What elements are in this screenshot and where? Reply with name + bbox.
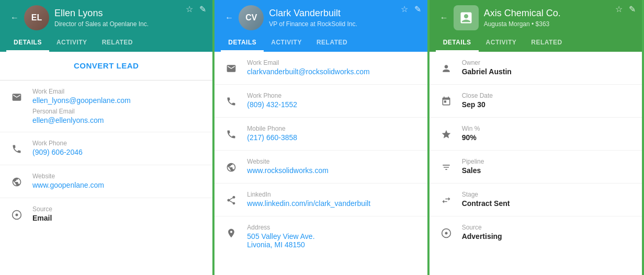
work-email-value-clark[interactable]: clarkvanderbuilt@rocksolidworks.com (247, 67, 419, 76)
linkedin-value-clark[interactable]: www.linkedin.com/in/clark_vanderbuilt (247, 199, 419, 208)
panel-content-axis: Owner Gabriel Austin Close Date Sep 30 W… (430, 52, 642, 275)
mobile-phone-label-clark: Mobile Phone (247, 125, 419, 132)
avatar-axis (454, 5, 479, 30)
work-phone-label-clark: Work Phone (247, 92, 419, 99)
pin-icon-clark (223, 225, 240, 242)
stage-row-axis: Stage Contract Sent (430, 184, 642, 216)
email-icon-clark (223, 60, 240, 77)
website-value-ellen[interactable]: www.goopenlane.com (32, 181, 204, 189)
star-icon-axis[interactable]: ☆ (615, 5, 623, 14)
edit-icon-ellen[interactable]: ✎ (199, 5, 206, 14)
globe-icon-clark (223, 159, 240, 176)
header-top-ellen: ← EL Ellen Lyons Director of Sales at Op… (6, 5, 206, 30)
address-line1-clark[interactable]: 505 Valley View Ave. (247, 232, 419, 240)
header-text-clark: Clark Vanderbuilt VP of Finance at RockS… (269, 8, 400, 28)
website-row-ellen: Website www.goopenlane.com (0, 165, 212, 198)
tab-related-clark[interactable]: RELATED (309, 35, 355, 52)
win-pct-value-axis: 90% (462, 133, 634, 142)
svg-point-3 (445, 232, 447, 235)
star-icon-ellen[interactable]: ☆ (186, 5, 193, 14)
work-email-value-ellen[interactable]: ellen_lyons@goopenlane.com (32, 96, 204, 105)
mobile-icon-clark (223, 126, 240, 143)
panel-header-clark: ← CV Clark Vanderbuilt VP of Finance at … (214, 0, 427, 52)
star-fill-icon-axis (438, 126, 455, 143)
source-icon-ellen (8, 207, 25, 223)
work-phone-value-ellen[interactable]: (909) 606-2046 (32, 148, 204, 156)
email-content-clark: Work Email clarkvanderbuilt@rocksolidwor… (247, 59, 419, 76)
contact-name-clark: Clark Vanderbuilt (269, 8, 400, 19)
mobile-phone-content-clark: Mobile Phone (217) 660-3858 (247, 125, 419, 142)
work-email-label-clark: Work Email (247, 59, 419, 66)
panel-content-ellen: CONVERT LEAD Work Email ellen_lyons@goop… (0, 52, 212, 275)
tab-details-ellen[interactable]: DETAILS (6, 35, 49, 52)
panel-content-clark: Work Email clarkvanderbuilt@rocksolidwor… (214, 52, 427, 275)
header-info-clark: ← CV Clark Vanderbuilt VP of Finance at … (225, 5, 400, 30)
tabs-axis: DETAILS ACTIVITY RELATED (436, 35, 636, 52)
calendar-icon-axis (438, 93, 455, 110)
close-date-content-axis: Close Date Sep 30 (462, 92, 634, 109)
header-top-clark: ← CV Clark Vanderbuilt VP of Finance at … (221, 5, 421, 30)
tab-related-axis[interactable]: RELATED (524, 35, 569, 52)
website-label-ellen: Website (32, 173, 204, 180)
owner-row-axis: Owner Gabriel Austin (430, 52, 642, 85)
personal-email-label-ellen: Personal Email (32, 108, 204, 115)
personal-email-value-ellen[interactable]: ellen@ellenlyons.com (32, 116, 204, 124)
tab-activity-clark[interactable]: ACTIVITY (264, 35, 309, 52)
email-icon-ellen (8, 89, 25, 106)
email-row-clark: Work Email clarkvanderbuilt@rocksolidwor… (214, 52, 427, 85)
phone-row-ellen: Work Phone (909) 606-2046 (0, 132, 212, 165)
website-value-clark[interactable]: www.rocksolidworks.com (247, 166, 419, 175)
source-content-axis: Source Advertising (462, 224, 634, 240)
header-text-axis: Axis Chemical Co. Augusta Morgan • $363 (484, 8, 615, 28)
back-icon-axis[interactable]: ← (440, 14, 448, 22)
pipeline-row-axis: Pipeline Sales (430, 151, 642, 184)
contact-subtitle-ellen: Director of Sales at Openlane Inc. (54, 20, 186, 28)
panel-clark: ← CV Clark Vanderbuilt VP of Finance at … (214, 0, 429, 275)
website-row-clark: Website www.rocksolidworks.com (214, 151, 427, 184)
work-phone-value-clark[interactable]: (809) 432-1552 (247, 100, 419, 109)
mobile-phone-value-clark[interactable]: (217) 660-3858 (247, 133, 419, 142)
back-icon-clark[interactable]: ← (225, 14, 233, 22)
source-label-ellen: Source (32, 205, 204, 213)
edit-icon-axis[interactable]: ✎ (629, 5, 636, 14)
edit-icon-clark[interactable]: ✎ (414, 5, 421, 14)
address-line2-clark[interactable]: Livonia, MI 48150 (247, 240, 419, 249)
star-icon-clark[interactable]: ☆ (401, 5, 408, 14)
win-pct-row-axis: Win % 90% (430, 118, 642, 151)
convert-lead-text[interactable]: CONVERT LEAD (74, 61, 139, 70)
tab-activity-ellen[interactable]: ACTIVITY (49, 35, 95, 52)
contact-subtitle-clark: VP of Finance at RockSolid Inc. (269, 20, 400, 28)
mobile-phone-row-clark: Mobile Phone (217) 660-3858 (214, 118, 427, 151)
company-subtitle-axis: Augusta Morgan • $363 (484, 20, 615, 28)
header-info-ellen: ← EL Ellen Lyons Director of Sales at Op… (10, 5, 186, 30)
share-icon-clark (223, 192, 240, 209)
globe-icon-ellen (8, 174, 25, 190)
source-label-axis: Source (462, 224, 634, 231)
owner-value-axis: Gabriel Austin (462, 67, 634, 76)
website-content-ellen: Website www.goopenlane.com (32, 173, 204, 189)
panel-header-axis: ← Axis Chemical Co. Augusta Morgan • $36… (430, 0, 642, 52)
header-top-axis: ← Axis Chemical Co. Augusta Morgan • $36… (436, 5, 636, 30)
header-info-axis: ← Axis Chemical Co. Augusta Morgan • $36… (440, 5, 615, 30)
email-row-ellen: Work Email ellen_lyons@goopenlane.com Pe… (0, 81, 212, 132)
tabs-ellen: DETAILS ACTIVITY RELATED (6, 35, 206, 52)
phone-icon-clark (223, 93, 240, 110)
pipeline-content-axis: Pipeline Sales (462, 158, 634, 175)
tab-details-axis[interactable]: DETAILS (436, 35, 479, 52)
win-pct-content-axis: Win % 90% (462, 125, 634, 142)
panel-axis: ← Axis Chemical Co. Augusta Morgan • $36… (430, 0, 644, 275)
pipeline-label-axis: Pipeline (462, 158, 634, 165)
work-email-label-ellen: Work Email (32, 88, 204, 95)
header-text-ellen: Ellen Lyons Director of Sales at Openlan… (54, 8, 186, 28)
linkedin-label-clark: LinkedIn (247, 191, 419, 198)
tab-details-clark[interactable]: DETAILS (221, 35, 264, 52)
tab-activity-axis[interactable]: ACTIVITY (479, 35, 524, 52)
close-date-row-axis: Close Date Sep 30 (430, 85, 642, 118)
stage-value-axis: Contract Sent (462, 199, 634, 208)
work-phone-label-ellen: Work Phone (32, 140, 204, 147)
tab-related-ellen[interactable]: RELATED (95, 35, 140, 52)
back-icon-ellen[interactable]: ← (10, 14, 19, 22)
person-icon-axis (438, 60, 455, 77)
email-content-ellen: Work Email ellen_lyons@goopenlane.com Pe… (32, 88, 204, 124)
convert-lead-button[interactable]: CONVERT LEAD (0, 52, 212, 81)
